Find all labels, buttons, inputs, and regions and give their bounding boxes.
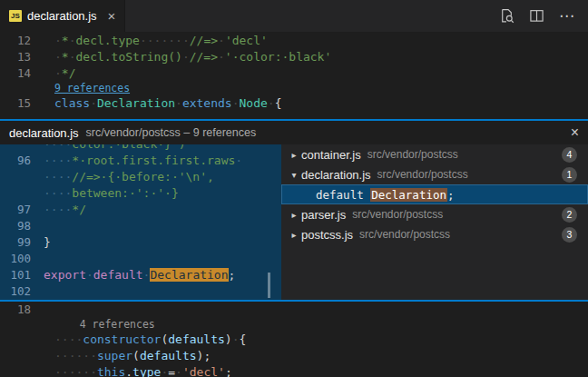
line-content: ······super(defaults); bbox=[54, 348, 211, 364]
codelens-row: ····4 references bbox=[0, 318, 588, 332]
file-name: container.js bbox=[301, 148, 361, 162]
code-token: * bbox=[62, 34, 69, 47]
code-token: · bbox=[232, 96, 240, 110]
result-file-parser.js[interactable]: ▸parser.jssrc/vendor/postcss2 bbox=[281, 204, 588, 224]
code-token: ······ bbox=[54, 349, 97, 362]
line-number: 18 bbox=[0, 302, 54, 318]
code-token: 'decl' bbox=[182, 365, 225, 377]
reference-count-badge: 4 bbox=[562, 147, 577, 163]
code-line: ····between:·':·'·} bbox=[0, 185, 281, 202]
editor-code-below-peek: 18····4 references····constructor(defaul… bbox=[0, 302, 588, 377]
search-editor-icon[interactable] bbox=[499, 8, 514, 24]
code-line: 18 bbox=[0, 302, 588, 318]
line-content: ····*·root.first.first.raws· bbox=[44, 153, 242, 169]
line-number bbox=[0, 332, 54, 348]
line-number bbox=[0, 144, 44, 153]
line-number: 102 bbox=[0, 283, 44, 300]
code-token: //=>·{·before:·'\n', bbox=[72, 170, 214, 184]
code-token: · bbox=[182, 50, 190, 64]
peek-title: declaration.js bbox=[9, 126, 79, 140]
code-token: *·root.first.first.raws bbox=[72, 154, 235, 167]
more-actions-icon[interactable]: ⋯ bbox=[559, 8, 575, 24]
references-peek-view: declaration.js src/vendor/postcss – 9 re… bbox=[0, 119, 588, 302]
code-token: //=> bbox=[190, 50, 218, 64]
code-line: ····constructor(defaults)·{ bbox=[0, 332, 588, 348]
line-number bbox=[0, 169, 44, 185]
codelens-references-link[interactable]: 9 references bbox=[54, 82, 130, 94]
code-line: ····color:·black·}') bbox=[0, 144, 281, 153]
peek-view-header: declaration.js src/vendor/postcss – 9 re… bbox=[0, 121, 588, 144]
line-number bbox=[0, 364, 54, 377]
line-content: ·*·decl.toString()·//=>·'·color:·black' bbox=[54, 49, 331, 65]
chevron-right-icon[interactable]: ▸ bbox=[287, 150, 301, 160]
peek-description: src/vendor/postcss – 9 references bbox=[86, 126, 257, 139]
tab-close-icon[interactable]: × bbox=[108, 9, 116, 23]
editor-code-above-peek: 12·*·decl.type·······//=>·'decl'13·*·dec… bbox=[0, 32, 588, 112]
code-token: . bbox=[125, 365, 132, 377]
reference-count-badge: 1 bbox=[562, 167, 577, 183]
code-line: 101export·default·Declaration; bbox=[0, 267, 281, 283]
code-token: ) bbox=[225, 332, 232, 346]
file-name: parser.js bbox=[301, 208, 346, 222]
code-token: super bbox=[97, 349, 132, 362]
code-token: · bbox=[54, 66, 62, 80]
file-path: src/vendor/postcss bbox=[368, 148, 458, 161]
line-content: ····4 references bbox=[54, 318, 155, 332]
result-reference-declaration[interactable]: default Declaration; bbox=[281, 184, 588, 204]
code-token: Node bbox=[240, 96, 268, 110]
code-token: defaults bbox=[168, 332, 225, 346]
tab-declaration-js[interactable]: JS declaration.js × bbox=[0, 0, 125, 32]
line-content: ······this.type·=·'decl'; bbox=[54, 364, 232, 377]
match-highlight: Declaration bbox=[150, 268, 228, 282]
code-line: ······this.type·=·'decl'; bbox=[0, 364, 588, 377]
line-content: 9 references bbox=[54, 82, 130, 95]
split-editor-icon[interactable] bbox=[529, 8, 544, 24]
reference-match-highlight: Declaration bbox=[370, 188, 447, 202]
code-line: 13·*·decl.toString()·//=>·'·color:·black… bbox=[0, 49, 588, 65]
editor-actions: ⋯ bbox=[499, 0, 588, 32]
result-file-postcss.js[interactable]: ▸postcss.jssrc/vendor/postcss3 bbox=[281, 224, 588, 244]
line-content: ····//=>·{·before:·'\n', bbox=[44, 169, 214, 185]
code-token: · bbox=[175, 96, 182, 110]
code-token: ···· bbox=[44, 203, 72, 216]
code-token: · bbox=[232, 332, 240, 346]
chevron-down-icon[interactable]: ▾ bbox=[287, 170, 301, 180]
code-token: · bbox=[90, 96, 97, 110]
references-tree: ▸container.jssrc/vendor/postcss4▾declara… bbox=[281, 144, 588, 300]
reference-count-badge: 2 bbox=[562, 207, 577, 223]
result-file-declaration.js[interactable]: ▾declaration.jssrc/vendor/postcss1 bbox=[281, 164, 588, 184]
file-path: src/vendor/postcss bbox=[352, 208, 443, 221]
code-token: ······ bbox=[54, 365, 97, 377]
line-content: ·*·decl.type·······//=>·'decl' bbox=[54, 33, 268, 49]
code-line: 96····*·root.first.first.raws· bbox=[0, 153, 281, 169]
code-line: 100 bbox=[0, 251, 281, 267]
peek-editor-scrollbar[interactable] bbox=[268, 273, 270, 298]
code-token: constructor bbox=[83, 332, 161, 346]
code-line: 12·*·decl.type·······//=>·'decl' bbox=[0, 33, 588, 49]
peek-close-icon[interactable]: × bbox=[571, 125, 579, 140]
code-token: { bbox=[240, 332, 247, 346]
editor-tab-bar: JS declaration.js × ⋯ bbox=[0, 0, 588, 32]
file-name: postcss.js bbox=[301, 228, 353, 242]
file-name: declaration.js bbox=[301, 168, 371, 182]
code-token: //=> bbox=[190, 34, 218, 47]
code-token: · bbox=[218, 50, 225, 64]
code-token: ···· bbox=[44, 186, 72, 200]
chevron-right-icon[interactable]: ▸ bbox=[287, 210, 301, 220]
code-token: · bbox=[218, 34, 225, 47]
code-token: ······· bbox=[140, 34, 190, 47]
code-token: ; bbox=[229, 268, 236, 282]
line-content: ····*/ bbox=[44, 202, 86, 218]
tab-label: declaration.js bbox=[27, 9, 97, 23]
line-number: 14 bbox=[0, 65, 54, 82]
code-token: export bbox=[44, 268, 86, 282]
code-line: 97····*/ bbox=[0, 202, 281, 218]
code-token: '·color:·black' bbox=[225, 50, 331, 64]
chevron-right-icon[interactable]: ▸ bbox=[287, 230, 301, 240]
result-file-container.js[interactable]: ▸container.jssrc/vendor/postcss4 bbox=[281, 144, 588, 164]
file-path: src/vendor/postcss bbox=[377, 168, 468, 181]
line-number: 98 bbox=[0, 218, 44, 234]
peek-editor-preview[interactable]: ····color:·black·}')96····*·root.first.f… bbox=[0, 144, 281, 300]
code-token: = bbox=[168, 365, 175, 377]
code-token: ···· bbox=[44, 144, 72, 151]
